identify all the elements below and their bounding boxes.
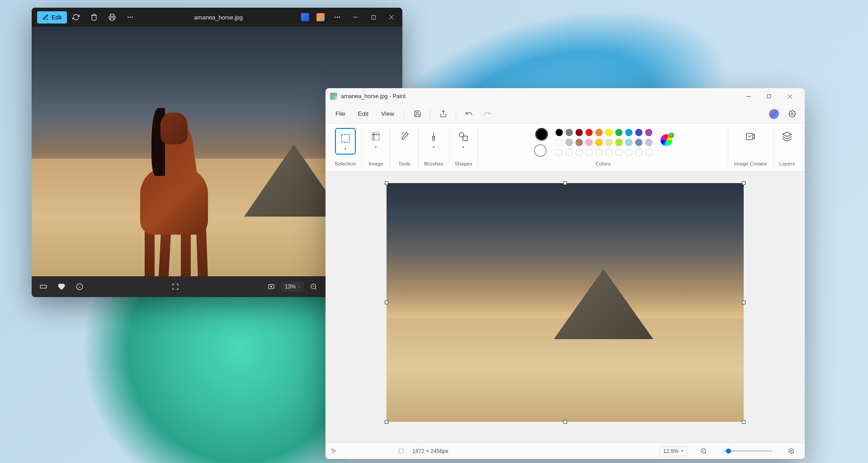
layers-button[interactable] bbox=[778, 128, 796, 145]
settings-button[interactable] bbox=[784, 107, 800, 121]
info-button[interactable] bbox=[71, 279, 88, 295]
image-horse bbox=[122, 108, 240, 276]
tools-button[interactable] bbox=[396, 128, 413, 145]
color-swatch[interactable] bbox=[566, 139, 573, 146]
svg-point-6 bbox=[339, 17, 340, 18]
edit-button-label: Edit bbox=[52, 14, 61, 21]
primary-color-swatch[interactable] bbox=[535, 128, 548, 141]
color-swatch[interactable] bbox=[645, 139, 652, 146]
canvas-dimensions: 1872 × 2456px bbox=[412, 448, 448, 454]
photos-titlebar: Edit amanea_horse.jpg bbox=[32, 8, 402, 27]
color-swatch[interactable] bbox=[645, 129, 652, 136]
more-button[interactable] bbox=[121, 8, 139, 26]
color-swatch[interactable] bbox=[585, 139, 593, 146]
color-swatch[interactable] bbox=[645, 149, 652, 156]
color-swatch[interactable] bbox=[576, 129, 583, 136]
image-tool-button[interactable]: ▾ bbox=[367, 128, 384, 151]
resize-handle-r[interactable] bbox=[742, 301, 745, 304]
maximize-button[interactable] bbox=[759, 89, 779, 104]
rotate-button[interactable] bbox=[67, 8, 85, 26]
zoom-percent-dropdown[interactable]: 12.5% ▾ bbox=[659, 446, 687, 456]
minimize-button[interactable] bbox=[346, 8, 364, 26]
color-swatch[interactable] bbox=[625, 139, 632, 146]
zoom-in-button[interactable] bbox=[783, 444, 799, 458]
zoom-out-button[interactable] bbox=[306, 279, 322, 295]
save-button[interactable] bbox=[409, 107, 425, 121]
color-swatch[interactable] bbox=[635, 139, 642, 146]
menu-edit[interactable]: Edit bbox=[353, 108, 374, 120]
favorite-button[interactable] bbox=[53, 279, 70, 295]
color-swatch[interactable] bbox=[635, 129, 642, 136]
edit-button[interactable]: Edit bbox=[37, 11, 67, 24]
menu-view[interactable]: View bbox=[376, 108, 400, 120]
delete-button[interactable] bbox=[85, 8, 103, 26]
image-creator-button[interactable] bbox=[742, 128, 759, 145]
svg-rect-25 bbox=[767, 94, 771, 98]
secondary-color-swatch[interactable] bbox=[534, 144, 547, 157]
share-button[interactable] bbox=[435, 107, 451, 121]
redo-button[interactable] bbox=[479, 107, 495, 121]
zoom-slider-thumb[interactable] bbox=[726, 449, 731, 454]
fullscreen-button[interactable] bbox=[167, 279, 184, 295]
paint-menubar: File Edit View bbox=[326, 104, 805, 123]
resize-handle-t[interactable] bbox=[563, 181, 567, 185]
color-swatch[interactable] bbox=[615, 139, 623, 146]
ribbon-group-tools: Tools bbox=[390, 126, 419, 168]
resize-handle-b[interactable] bbox=[563, 420, 567, 424]
color-swatch[interactable] bbox=[576, 149, 583, 156]
photos-app-icon[interactable] bbox=[301, 13, 309, 21]
brushes-button[interactable]: ▾ bbox=[425, 128, 442, 151]
paint-canvas-area[interactable] bbox=[326, 171, 805, 443]
ribbon-label-image: Image bbox=[368, 161, 383, 166]
zoom-percent-dropdown[interactable]: 13% ▾ bbox=[281, 282, 304, 292]
color-swatch[interactable] bbox=[566, 149, 573, 156]
color-swatch[interactable] bbox=[615, 149, 623, 156]
color-swatch[interactable] bbox=[585, 129, 593, 136]
zoom-out-button[interactable] bbox=[695, 444, 712, 458]
resize-handle-bl[interactable] bbox=[385, 420, 388, 424]
color-swatch[interactable] bbox=[625, 129, 632, 136]
color-swatch[interactable] bbox=[605, 139, 613, 146]
shapes-button[interactable]: ▾ bbox=[455, 128, 472, 151]
ribbon-label-tools: Tools bbox=[398, 161, 410, 166]
zoom-percent-label: 12.5% bbox=[663, 448, 679, 454]
color-swatch[interactable] bbox=[595, 129, 603, 136]
color-swatch[interactable] bbox=[635, 149, 642, 156]
selection-tool-button[interactable]: ▾ bbox=[335, 128, 356, 155]
close-button[interactable] bbox=[382, 8, 401, 26]
color-swatch[interactable] bbox=[556, 129, 563, 136]
color-swatch[interactable] bbox=[605, 129, 613, 136]
minimize-button[interactable] bbox=[738, 89, 759, 104]
filmstrip-button[interactable] bbox=[35, 279, 52, 295]
color-swatch[interactable] bbox=[576, 139, 583, 146]
resize-handle-l[interactable] bbox=[385, 301, 388, 304]
color-swatch[interactable] bbox=[605, 149, 613, 156]
close-button[interactable] bbox=[779, 89, 800, 104]
edit-colors-button[interactable] bbox=[660, 134, 672, 146]
zoom-slider[interactable] bbox=[722, 450, 772, 452]
print-button[interactable] bbox=[103, 8, 121, 26]
designer-app-icon[interactable] bbox=[316, 13, 325, 21]
resize-handle-tr[interactable] bbox=[742, 181, 745, 185]
copilot-button[interactable] bbox=[766, 107, 782, 121]
svg-rect-11 bbox=[40, 285, 46, 288]
paint-canvas[interactable] bbox=[387, 183, 744, 422]
color-swatch[interactable] bbox=[615, 129, 623, 136]
maximize-button[interactable] bbox=[364, 8, 382, 26]
color-swatch[interactable] bbox=[625, 149, 632, 156]
color-swatch[interactable] bbox=[556, 139, 563, 146]
svg-rect-8 bbox=[372, 15, 375, 19]
resize-handle-br[interactable] bbox=[742, 420, 745, 424]
undo-button[interactable] bbox=[461, 107, 477, 121]
paint-canvas-selection[interactable] bbox=[387, 183, 744, 422]
resize-handle-tl[interactable] bbox=[385, 181, 388, 185]
slideshow-button[interactable] bbox=[263, 279, 279, 295]
color-swatch[interactable] bbox=[566, 129, 573, 136]
svg-point-5 bbox=[337, 17, 338, 18]
menu-file[interactable]: File bbox=[330, 108, 351, 120]
color-swatch[interactable] bbox=[595, 149, 603, 156]
color-swatch[interactable] bbox=[556, 149, 563, 156]
color-swatch[interactable] bbox=[585, 149, 593, 156]
color-swatch[interactable] bbox=[595, 139, 603, 146]
more-apps-button[interactable] bbox=[328, 8, 346, 26]
